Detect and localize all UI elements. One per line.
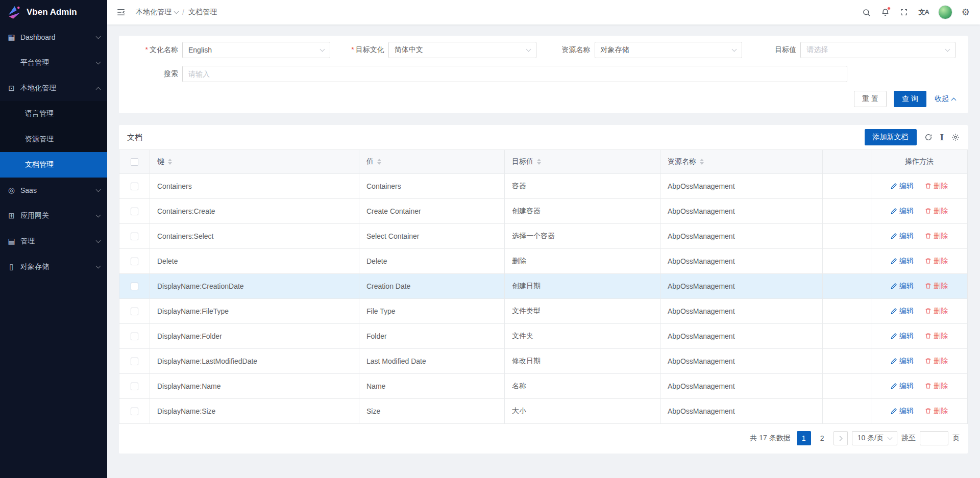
sidebar-subitem-document[interactable]: 文档管理 bbox=[0, 152, 107, 178]
cell-resource-name: AbpOssManagement bbox=[660, 374, 823, 399]
chevron-down-icon bbox=[526, 47, 531, 52]
select-control[interactable]: 请选择 bbox=[800, 42, 955, 58]
search-icon[interactable] bbox=[857, 0, 876, 24]
next-page-button[interactable] bbox=[834, 431, 848, 445]
row-height-icon[interactable]: I bbox=[940, 133, 944, 142]
cell-actions: 编辑 删除 bbox=[871, 199, 968, 224]
edit-link[interactable]: 编辑 bbox=[891, 182, 914, 191]
search-label: 搜索 bbox=[131, 69, 178, 79]
pencil-icon bbox=[891, 308, 897, 314]
sidebar-item-label: 管理 bbox=[20, 237, 96, 246]
sidebar-item-storage[interactable]: ▯ 对象存储 bbox=[0, 254, 107, 280]
sidebar-subitem-resource[interactable]: 资源管理 bbox=[0, 127, 107, 152]
sidebar-item-platform[interactable]: 平台管理 bbox=[0, 50, 107, 76]
delete-link[interactable]: 删除 bbox=[925, 232, 948, 241]
sidebar-item-localization[interactable]: ⊡ 本地化管理 bbox=[0, 76, 107, 101]
edit-link[interactable]: 编辑 bbox=[891, 207, 914, 216]
cell-empty bbox=[823, 324, 871, 349]
bell-icon[interactable] bbox=[876, 0, 895, 24]
row-checkbox[interactable] bbox=[131, 408, 138, 415]
cell-empty bbox=[823, 299, 871, 324]
edit-link[interactable]: 编辑 bbox=[891, 332, 914, 341]
cell-value: Creation Date bbox=[359, 274, 505, 299]
settings-gear-icon[interactable]: ⚙ bbox=[957, 0, 975, 24]
refresh-icon[interactable] bbox=[924, 133, 933, 141]
page-button-2[interactable]: 2 bbox=[815, 431, 829, 445]
row-checkbox[interactable] bbox=[131, 283, 138, 290]
cell-target-value: 创建日期 bbox=[505, 274, 660, 299]
edit-link[interactable]: 编辑 bbox=[891, 232, 914, 241]
sidebar-item-saas[interactable]: ◎ Saas bbox=[0, 178, 107, 203]
add-document-button[interactable]: 添加新文档 bbox=[865, 129, 917, 145]
cell-target-value: 删除 bbox=[505, 249, 660, 274]
delete-link[interactable]: 删除 bbox=[925, 307, 948, 316]
column-settings-icon[interactable] bbox=[951, 133, 960, 141]
row-checkbox[interactable] bbox=[131, 258, 138, 265]
row-checkbox[interactable] bbox=[131, 208, 138, 215]
delete-link[interactable]: 删除 bbox=[925, 407, 948, 416]
breadcrumb-item-parent[interactable]: 本地化管理 bbox=[136, 8, 178, 17]
sidebar-item-dashboard[interactable]: ▦ Dashboard bbox=[0, 24, 107, 50]
edit-link[interactable]: 编辑 bbox=[891, 282, 914, 291]
logo[interactable]: Vben Admin bbox=[0, 0, 107, 24]
chevron-down-icon bbox=[96, 264, 101, 269]
column-header[interactable]: 资源名称 bbox=[660, 150, 823, 174]
query-button[interactable]: 查 询 bbox=[894, 91, 926, 107]
column-header[interactable]: 操作方法 bbox=[871, 150, 968, 174]
sidebar-item-label: 应用网关 bbox=[20, 211, 96, 220]
avatar[interactable] bbox=[938, 5, 952, 19]
menu-fold-icon[interactable] bbox=[111, 0, 131, 24]
row-checkbox[interactable] bbox=[131, 233, 138, 240]
reset-button[interactable]: 重 置 bbox=[854, 91, 887, 107]
sidebar-item-admin[interactable]: ▤ 管理 bbox=[0, 229, 107, 254]
table-body: Containers Containers 容器 AbpOssManagemen… bbox=[119, 174, 968, 424]
sidebar-subitem-language[interactable]: 语言管理 bbox=[0, 101, 107, 127]
column-header[interactable]: 键 bbox=[150, 150, 359, 174]
select-control[interactable]: 简体中文 bbox=[388, 42, 536, 58]
row-checkbox[interactable] bbox=[131, 308, 138, 315]
sidebar-item-gateway[interactable]: ⊞ 应用网关 bbox=[0, 203, 107, 229]
edit-link[interactable]: 编辑 bbox=[891, 307, 914, 316]
edit-link[interactable]: 编辑 bbox=[891, 257, 914, 266]
column-header[interactable]: 目标值 bbox=[505, 150, 660, 174]
app-root: Vben Admin ▦ Dashboard 平台管理 ⊡ 本地化管理 语言管理… bbox=[0, 0, 980, 478]
select-all-header bbox=[119, 150, 150, 174]
page-button-1[interactable]: 1 bbox=[797, 431, 811, 445]
edit-link[interactable]: 编辑 bbox=[891, 382, 914, 391]
delete-link[interactable]: 删除 bbox=[925, 182, 948, 191]
fullscreen-icon[interactable] bbox=[895, 0, 913, 24]
delete-link[interactable]: 删除 bbox=[925, 207, 948, 216]
row-checkbox[interactable] bbox=[131, 183, 138, 190]
column-header[interactable]: 值 bbox=[359, 150, 505, 174]
cell-target-value: 名称 bbox=[505, 374, 660, 399]
page-size-select[interactable]: 10 条/页 bbox=[852, 431, 897, 445]
search-input[interactable] bbox=[182, 66, 847, 82]
sort-icons bbox=[168, 159, 172, 165]
edit-link[interactable]: 编辑 bbox=[891, 407, 914, 416]
required-mark: * bbox=[351, 45, 354, 54]
cell-empty bbox=[823, 349, 871, 374]
select-control[interactable]: 对象存储 bbox=[595, 42, 743, 58]
row-checkbox[interactable] bbox=[131, 383, 138, 390]
cell-value: File Type bbox=[359, 299, 505, 324]
required-mark: * bbox=[145, 45, 148, 54]
delete-link[interactable]: 删除 bbox=[925, 332, 948, 341]
select-control[interactable]: English bbox=[182, 42, 330, 58]
delete-link[interactable]: 删除 bbox=[925, 357, 948, 366]
translate-icon[interactable]: 文A bbox=[913, 0, 934, 24]
edit-link[interactable]: 编辑 bbox=[891, 357, 914, 366]
select-all-checkbox[interactable] bbox=[131, 158, 138, 166]
row-checkbox[interactable] bbox=[131, 333, 138, 340]
table-row: DisplayName:Size Size 大小 AbpOssManagemen… bbox=[119, 399, 968, 424]
collapse-link[interactable]: 收起 bbox=[935, 94, 955, 104]
row-checkbox[interactable] bbox=[131, 358, 138, 365]
delete-link[interactable]: 删除 bbox=[925, 257, 948, 266]
delete-link[interactable]: 删除 bbox=[925, 382, 948, 391]
select-value: 简体中文 bbox=[395, 45, 423, 55]
notification-badge bbox=[887, 7, 891, 10]
jump-page-input[interactable] bbox=[920, 431, 948, 445]
cell-resource-name: AbpOssManagement bbox=[660, 274, 823, 299]
delete-link[interactable]: 删除 bbox=[925, 282, 948, 291]
cell-resource-name: AbpOssManagement bbox=[660, 299, 823, 324]
page-content: *文化名称 English *目标文化 简体中文 *资源名称 对象存储 *目标值… bbox=[107, 24, 980, 478]
